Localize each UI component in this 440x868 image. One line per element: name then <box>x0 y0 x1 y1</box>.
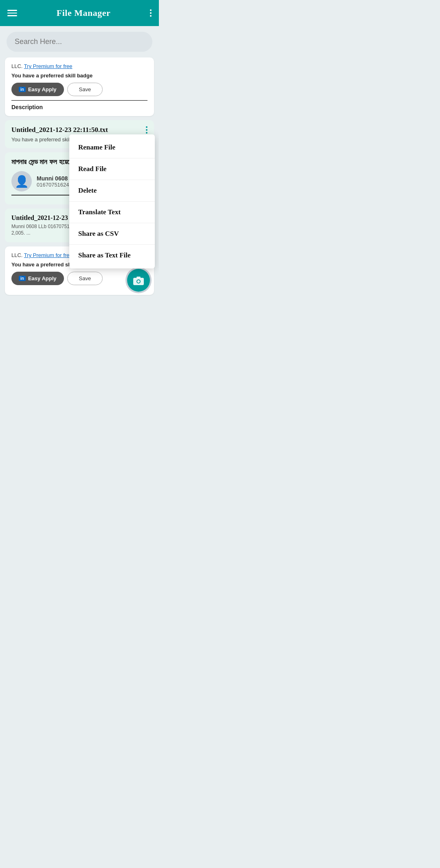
app-header: File Manager <box>0 0 159 26</box>
file-options-button[interactable] <box>146 126 147 134</box>
description-label: Description <box>11 100 147 110</box>
context-menu-item-4[interactable]: Share as CSV <box>69 223 155 245</box>
avatar: 👤 <box>11 171 32 191</box>
context-menu-item-3[interactable]: Translate Text <box>69 202 155 223</box>
premium-link[interactable]: Try Premium for free <box>24 63 73 69</box>
file-name-1: Untitled_2021-12-23 22:11:50.txt <box>11 126 108 134</box>
premium-link-2[interactable]: Try Premium for free <box>24 252 73 258</box>
camera-icon <box>132 274 145 286</box>
save-button-2[interactable]: Save <box>67 272 103 285</box>
file-card-header: Untitled_2021-12-23 22:11:50.txt <box>11 126 147 134</box>
context-menu-item-2[interactable]: Delete <box>69 180 155 202</box>
linkedin-badge-2: in <box>19 276 26 281</box>
context-menu: Rename FileRead FileDeleteTranslate Text… <box>69 134 155 268</box>
save-button[interactable]: Save <box>67 83 103 96</box>
fab-camera-button[interactable] <box>125 267 152 293</box>
linkedin-card-1: LLC. Try Premium for free You have a pre… <box>5 57 154 116</box>
search-input[interactable] <box>7 32 152 52</box>
linkedin-badge: in <box>19 87 26 92</box>
linkedin-prefix: LLC. Try Premium for free <box>11 63 147 69</box>
context-menu-item-0[interactable]: Rename File <box>69 137 155 158</box>
header-more-button[interactable] <box>150 9 152 17</box>
menu-button[interactable] <box>7 10 17 16</box>
context-menu-item-1[interactable]: Read File <box>69 158 155 180</box>
app-title: File Manager <box>57 8 110 18</box>
camera-inner <box>127 269 150 292</box>
svg-rect-5 <box>136 277 141 278</box>
easy-apply-button-2[interactable]: in Easy Apply <box>11 272 64 285</box>
search-container <box>0 26 159 56</box>
linkedin-buttons: in Easy Apply Save <box>11 83 147 96</box>
avatar-icon: 👤 <box>15 175 29 188</box>
context-menu-item-5[interactable]: Share as Text File <box>69 245 155 266</box>
svg-point-4 <box>137 280 140 283</box>
skill-badge-text: You have a preferred skill badge <box>11 73 147 79</box>
easy-apply-button[interactable]: in Easy Apply <box>11 83 64 96</box>
